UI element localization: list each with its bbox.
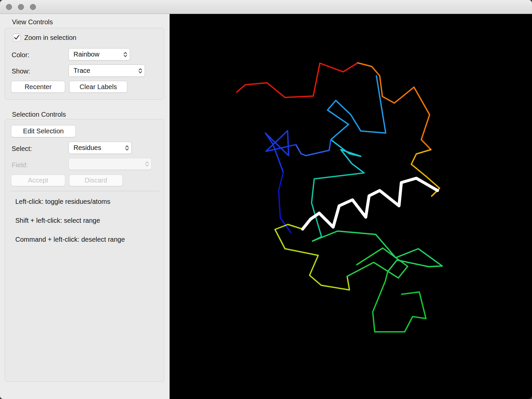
zoom-in-selection-checkbox[interactable] xyxy=(13,34,21,41)
color-label: Color: xyxy=(12,51,29,59)
titlebar xyxy=(0,0,532,14)
field-dropdown xyxy=(68,158,152,170)
select-dropdown-value: Residues xyxy=(73,144,101,152)
checkmark-icon xyxy=(13,34,20,41)
trace-segment-selected-white xyxy=(303,178,438,229)
field-label: Field: xyxy=(12,161,28,169)
color-dropdown[interactable]: Rainbow xyxy=(68,48,130,61)
trace-segment-red xyxy=(237,63,358,97)
trace-segment-cyan xyxy=(331,140,364,173)
app-window: View Controls Zoom in selection Color: R… xyxy=(0,0,532,399)
divider xyxy=(11,191,159,191)
hint-left-click: Left-click: toggle residues/atoms xyxy=(15,198,110,205)
show-label: Show: xyxy=(12,67,30,75)
trace-segment-blue xyxy=(265,131,296,172)
show-dropdown-value: Trace xyxy=(73,67,90,74)
dropdown-chevrons-icon xyxy=(145,161,149,167)
selection-controls-heading: Selection Controls xyxy=(12,111,66,118)
zoom-in-selection-label: Zoom in selection xyxy=(24,34,76,42)
discard-button: Discard xyxy=(69,175,123,186)
minimize-button[interactable] xyxy=(18,4,24,10)
select-label: Select: xyxy=(12,145,32,153)
color-dropdown-value: Rainbow xyxy=(73,51,99,58)
sidebar: View Controls Zoom in selection Color: R… xyxy=(0,14,170,399)
trace-segment-royal-blue xyxy=(296,140,331,156)
edit-selection-button[interactable]: Edit Selection xyxy=(11,125,76,137)
trace-segment-green xyxy=(373,272,426,332)
zoom-window-button[interactable] xyxy=(30,4,36,10)
recenter-button[interactable]: Recenter xyxy=(11,81,65,93)
viewport[interactable] xyxy=(170,14,532,399)
close-button[interactable] xyxy=(6,4,12,10)
trace-segment-deep-sky-blue xyxy=(328,76,386,140)
hint-command-left-click: Command + left-click: deselect range xyxy=(15,236,125,243)
hint-shift-left-click: Shift + left-click: select range xyxy=(15,217,100,224)
dropdown-chevrons-icon xyxy=(138,68,143,74)
view-controls-heading: View Controls xyxy=(12,18,53,26)
accept-button: Accept xyxy=(11,175,65,186)
clear-labels-button[interactable]: Clear Labels xyxy=(69,81,127,93)
select-dropdown[interactable]: Residues xyxy=(68,142,132,154)
trace-segment-green-knot xyxy=(347,248,408,278)
show-dropdown[interactable]: Trace xyxy=(68,65,145,77)
trace-segment-yellow-green xyxy=(275,224,349,290)
dropdown-chevrons-icon xyxy=(123,52,128,58)
trace-segment-navy xyxy=(279,172,291,233)
selection-controls-group: Edit Selection Select: Residues Field: A… xyxy=(5,119,164,382)
trace-segment-orange xyxy=(358,63,431,150)
dropdown-chevrons-icon xyxy=(125,145,129,151)
view-controls-group: Zoom in selection Color: Rainbow Show: T… xyxy=(5,28,164,100)
protein-trace xyxy=(170,14,532,399)
